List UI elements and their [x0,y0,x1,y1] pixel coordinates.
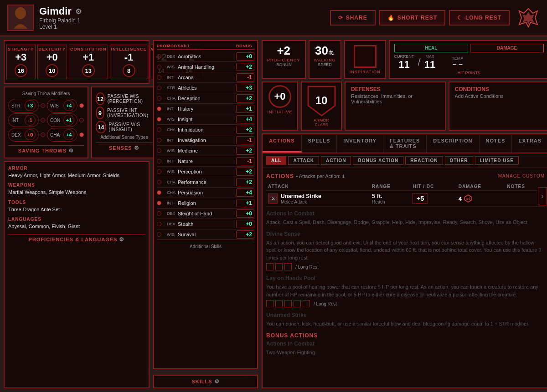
skill-bonus: +1 [236,199,254,207]
skill-proficiency-dot [157,138,161,143]
save-proficiency-dot [41,118,45,122]
skill-name: Nature [178,158,235,164]
prof-section-content: Three-Dragon Ante Set [8,206,145,213]
proficiencies-settings-icon[interactable]: ⚙ [119,236,124,243]
skill-attr: CHA [167,96,177,101]
hp-max-value: 11 [424,59,435,71]
skill-proficiency-dot [157,159,161,163]
save-attr: DEX [11,132,23,137]
tab-spells[interactable]: SPELLS [302,134,337,153]
tab-features-and-traits[interactable]: FEATURES & TRAITS [383,134,427,153]
ability-score-dexterity: DEXTERITY +0 10 [37,45,67,79]
ability-score-val: 16 [15,64,27,77]
armor-armor-label: ARMOR [314,118,329,122]
list-item: WIS Survival +2 [157,229,254,240]
skills-panel: PROF MOD SKILL BONUS DEX Acrobatics +0 W… [153,40,258,369]
tab-description[interactable]: DESCRIPTION [427,134,479,153]
save-val: +1 [63,115,74,126]
skill-proficiency-dot [157,190,161,195]
subtab-limited-use[interactable]: LIMITED USE [475,156,519,165]
character-name-row: Gimdir ⚙ [39,5,330,17]
subtab-bonus-action[interactable]: BONUS ACTION [353,156,403,165]
loh-pip-2 [275,300,283,307]
skill-name: Investigation [178,137,235,143]
save-proficiency-dot [41,103,45,108]
right-column: +2 PROFICIENCY BONUS 30 ft. WALKING SPEE… [262,40,547,388]
skill-proficiency-dot [157,54,161,59]
bonus-combat-text: Two-Weapon Fighting [266,349,545,356]
save-pill: WIS +4 [47,99,77,112]
skill-name: Acrobatics [178,54,235,59]
short-rest-button[interactable]: 🔥 SHORT REST [379,10,445,25]
pip-2 [275,263,283,270]
save-attr: CON [50,118,62,123]
skill-attr: STR [167,86,177,90]
ability-score-intelligence: INTELLIGENCE -1 8 [110,45,148,79]
tab-actions[interactable]: ACTIONS [263,134,302,153]
ability-mod: +1 [83,51,94,63]
subtab-reaction[interactable]: REACTION [405,156,443,165]
character-settings-icon[interactable]: ⚙ [75,7,82,16]
saving-throws-panel: Saving Throw Modifiers STR +3 INT -1 DEX… [4,87,88,158]
attack-col-hit: HIT / DC [411,183,456,191]
combat-stats-row: +0 INITIATIVE 10 ARMOR CLASS DEFENSES [262,81,547,131]
senses-settings-icon[interactable]: ⚙ [134,145,139,151]
save-pill: DEX +0 [8,128,39,142]
prof-section-tools: TOOLS Three-Dragon Ante Set [8,200,145,213]
subtab-action[interactable]: ACTION [321,156,351,165]
skill-attr: CHA [167,180,177,184]
skill-bonus: +3 [236,84,254,92]
attack-range: 5 ft. [372,193,409,199]
skill-name: Animal Handling [178,64,235,70]
save-val: +0 [25,129,36,140]
save-val: -1 [25,115,36,126]
subtabs-row: ALLATTACKACTIONBONUS ACTIONREACTIONOTHER… [263,153,547,168]
attack-table: ATTACK RANGE HIT / DC DAMAGE NOTES ⚔ [266,183,545,207]
character-name: Gimdir [39,5,72,17]
skill-bonus: +2 [236,63,254,71]
save-val: +4 [63,129,74,140]
actions-section-header: ACTIONS • Attacks per Action: 1 MANAGE C… [266,172,545,180]
prof-section-content: Heavy Armor, Light Armor, Medium Armor, … [8,172,145,179]
short-rest-label: SHORT REST [397,15,437,21]
saves-settings-icon[interactable]: ⚙ [68,148,74,154]
long-rest-label: LONG REST [465,15,501,21]
skill-name: History [178,106,235,112]
subtab-all[interactable]: ALL [266,156,286,165]
senses-label: PASSIVE WIS (PERCEPTION) [108,94,153,104]
tab-inventory[interactable]: INVENTORY [337,134,383,153]
skill-name: Persuasion [178,190,235,195]
divine-sense-section: Divine Sense As an action, you can detec… [266,231,545,271]
pip-3 [284,263,292,270]
speed-box: 30 ft. WALKING SPEED [309,40,341,79]
collapse-arrow[interactable]: › [538,187,547,205]
skill-proficiency-dot [157,127,161,132]
hp-max-label: MAX [424,54,435,59]
prof-section-title: WEAPONS [8,183,145,188]
subtab-attack[interactable]: ATTACK [288,156,319,165]
heal-button[interactable]: HEAL [394,44,468,52]
tab-notes[interactable]: NOTES [480,134,512,153]
skill-bonus: -1 [236,136,254,144]
ability-score-val: 10 [46,64,58,77]
list-item: DEX Sleight of Hand +0 [157,209,254,219]
subtab-other[interactable]: OTHER [445,156,473,165]
bonus-actions-combat-section: Actions in Combat Two-Weapon Fighting [266,341,545,356]
long-rest-button[interactable]: ☾ LONG REST [449,10,510,25]
proficiencies-panel: ARMOR Heavy Armor, Light Armor, Medium A… [4,161,150,388]
skills-settings-icon[interactable]: ⚙ [214,378,220,385]
share-button[interactable]: ⟳ SHARE [330,10,376,25]
damage-button[interactable]: DAMAGE [470,44,544,52]
divine-sense-text: As an action, you can detect good and ev… [266,239,545,262]
lay-on-hands-section: Lay on Hands Pool You have a pool of hea… [266,275,545,307]
initiative-box: +0 INITIATIVE [262,81,298,131]
unarmed-strike-desc-title: Unarmed Strike [266,312,545,318]
attack-hit-cell: +5 [411,191,456,207]
manage-custom-button[interactable]: MANAGE CUSTOM [498,173,545,178]
skill-proficiency-dot [157,148,161,153]
tab-extras[interactable]: EXTRAS [512,134,547,153]
list-item: WIS Animal Handling +2 [157,62,254,72]
save-proficiency-dot [79,103,84,108]
initiative-circle: +0 [268,85,291,108]
skills-header: PROF MOD SKILL BONUS [157,44,254,50]
